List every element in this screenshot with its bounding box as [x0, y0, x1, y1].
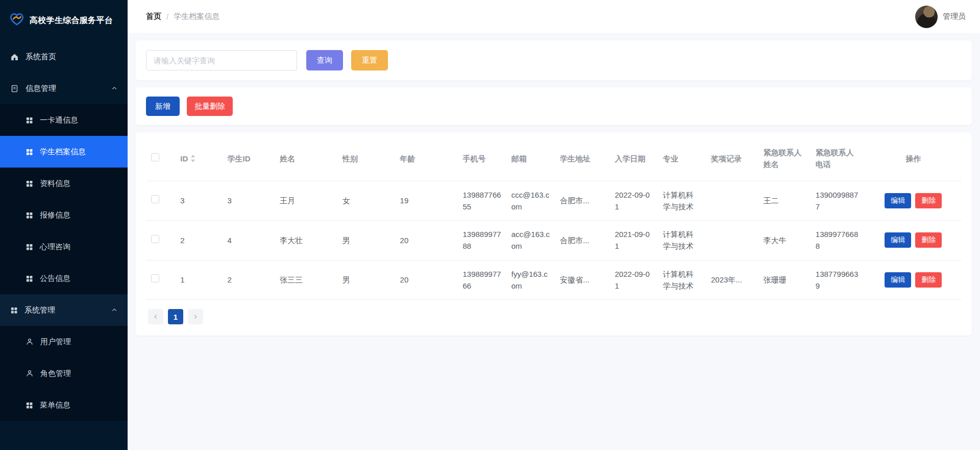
- user-icon: [26, 369, 34, 377]
- cell-phone: 13988997766: [457, 260, 506, 300]
- prev-page-button[interactable]: [148, 309, 163, 324]
- chevron-up-icon: [111, 85, 117, 91]
- cell-text: 合肥市...: [560, 195, 605, 206]
- cell-id: 2: [175, 221, 222, 260]
- breadcrumb: 首页 / 学生档案信息: [146, 12, 219, 21]
- cell-contact_phone: 13900998877: [811, 181, 865, 221]
- column-header-gender: 性别: [337, 136, 395, 181]
- row-checkbox[interactable]: [151, 195, 159, 203]
- cell-address: 合肥市...: [555, 181, 610, 221]
- column-label: ID: [180, 153, 188, 164]
- cell-phone: 13988997788: [457, 221, 506, 260]
- sidebar-item-label: 心理咨询: [40, 242, 70, 252]
- table-body: 33王月女1913988776655ccc@163.com合肥市...2022-…: [146, 181, 962, 300]
- pagination: 1: [148, 309, 962, 324]
- cell-contact_name: 王二: [758, 181, 810, 221]
- cell-check: [146, 181, 175, 221]
- cell-awards: [706, 181, 758, 221]
- query-button[interactable]: 查询: [306, 50, 343, 70]
- batch-delete-button[interactable]: 批量删除: [187, 97, 233, 116]
- sidebar-item-系统管理[interactable]: 系统管理: [0, 294, 128, 326]
- sidebar-item-角色管理[interactable]: 角色管理: [0, 358, 128, 389]
- delete-button[interactable]: 删除: [915, 232, 942, 248]
- sidebar-item-资料信息[interactable]: 资料信息: [0, 168, 128, 199]
- sidebar-item-心理咨询[interactable]: 心理咨询: [0, 231, 128, 263]
- heart-logo-icon: [9, 12, 24, 29]
- column-label: 邮箱: [511, 154, 527, 163]
- sidebar-item-label: 资料信息: [40, 179, 70, 188]
- app-title: 高校学生综合服务平台: [30, 15, 113, 26]
- home-icon: [10, 53, 19, 61]
- cell-gender: 男: [337, 221, 395, 260]
- sidebar-item-报修信息[interactable]: 报修信息: [0, 199, 128, 231]
- table-row: 33王月女1913988776655ccc@163.com合肥市...2022-…: [146, 181, 962, 221]
- cell-contact_name: 李大牛: [758, 221, 810, 260]
- column-header-age: 年龄: [395, 136, 458, 181]
- column-label: 学生ID: [228, 154, 251, 163]
- column-header-name: 姓名: [275, 136, 337, 181]
- page-button-1[interactable]: 1: [168, 309, 183, 324]
- sort-caret-icon[interactable]: [190, 155, 195, 162]
- table-header: ID学生ID姓名性别年龄手机号邮箱学生地址入学日期专业奖项记录紧急联系人姓名紧急…: [146, 136, 962, 181]
- edit-button[interactable]: 编辑: [885, 232, 911, 248]
- next-page-button[interactable]: [188, 309, 203, 324]
- reset-button[interactable]: 重置: [351, 50, 388, 70]
- column-label: 年龄: [400, 154, 415, 163]
- column-header-id[interactable]: ID: [175, 136, 222, 181]
- cell-contact_phone: 13877996639: [811, 260, 865, 300]
- add-button[interactable]: 新增: [146, 97, 180, 116]
- sidebar-menu: 系统首页信息管理一卡通信息学生档案信息资料信息报修信息心理咨询公告信息系统管理用…: [0, 41, 128, 421]
- sidebar-item-一卡通信息[interactable]: 一卡通信息: [0, 104, 128, 136]
- app-logo: 高校学生综合服务平台: [0, 0, 128, 41]
- user-icon: [26, 338, 34, 346]
- breadcrumb-separator: /: [166, 12, 168, 21]
- delete-button[interactable]: 删除: [915, 193, 942, 208]
- cell-age: 19: [395, 181, 458, 221]
- column-label: 手机号: [462, 154, 485, 163]
- cell-address: 合肥市...: [555, 221, 610, 260]
- cell-enroll_date: 2022-09-01: [610, 260, 658, 300]
- select-all-checkbox[interactable]: [151, 153, 159, 161]
- edit-button[interactable]: 编辑: [885, 193, 911, 208]
- app-window: 高校学生综合服务平台 系统首页信息管理一卡通信息学生档案信息资料信息报修信息心理…: [0, 0, 980, 450]
- cell-age: 20: [395, 221, 458, 260]
- search-input[interactable]: [146, 50, 297, 70]
- edit-button[interactable]: 编辑: [885, 272, 911, 288]
- row-checkbox[interactable]: [151, 235, 159, 243]
- sidebar-item-菜单信息[interactable]: 菜单信息: [0, 389, 128, 421]
- avatar[interactable]: [915, 6, 938, 28]
- sidebar-item-系统首页[interactable]: 系统首页: [0, 41, 128, 73]
- student-table: ID学生ID姓名性别年龄手机号邮箱学生地址入学日期专业奖项记录紧急联系人姓名紧急…: [146, 136, 962, 300]
- sidebar-item-公告信息[interactable]: 公告信息: [0, 263, 128, 294]
- user-name: 管理员: [943, 12, 966, 21]
- sidebar-item-学生档案信息[interactable]: 学生档案信息: [0, 136, 128, 168]
- toolbar-card: 新增 批量删除: [136, 87, 972, 125]
- submenu-系统管理: 用户管理角色管理菜单信息: [0, 326, 128, 421]
- row-checkbox[interactable]: [151, 274, 159, 282]
- column-label: 性别: [342, 154, 358, 163]
- grid-icon: [26, 211, 33, 219]
- sidebar-item-label: 报修信息: [40, 210, 70, 220]
- cell-awards: 2023年...: [706, 260, 758, 300]
- sidebar-item-用户管理[interactable]: 用户管理: [0, 326, 128, 358]
- grid-icon: [26, 180, 33, 187]
- column-label: 学生地址: [560, 154, 591, 163]
- grid-icon: [26, 243, 33, 251]
- cell-op: 编辑删除: [865, 221, 962, 260]
- breadcrumb-home-link[interactable]: 首页: [146, 12, 161, 21]
- cell-name: 王月: [275, 181, 337, 221]
- column-header-op: 操作: [865, 136, 962, 181]
- column-header-check: [146, 136, 175, 181]
- sidebar-item-label: 系统管理: [24, 305, 55, 315]
- user-menu[interactable]: 管理员: [915, 6, 966, 28]
- cell-contact_phone: 13899776688: [811, 221, 865, 260]
- column-label: 姓名: [280, 154, 295, 163]
- sidebar-item-label: 学生档案信息: [40, 147, 86, 157]
- delete-button[interactable]: 删除: [915, 272, 942, 288]
- cell-student_id: 3: [223, 181, 275, 221]
- column-header-enroll_date: 入学日期: [610, 136, 658, 181]
- cell-check: [146, 260, 175, 300]
- cell-awards: [706, 221, 758, 260]
- cell-id: 1: [175, 260, 222, 300]
- sidebar-item-信息管理[interactable]: 信息管理: [0, 73, 128, 104]
